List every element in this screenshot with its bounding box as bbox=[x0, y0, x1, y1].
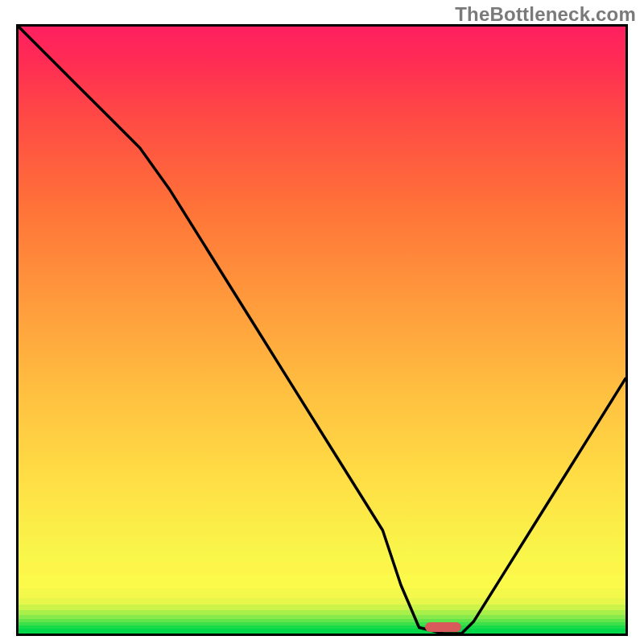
bottleneck-curve bbox=[19, 27, 625, 634]
curve-path bbox=[19, 27, 625, 634]
attribution-text: TheBottleneck.com bbox=[455, 3, 636, 26]
optimal-marker bbox=[425, 622, 461, 632]
plot-area bbox=[16, 24, 628, 636]
